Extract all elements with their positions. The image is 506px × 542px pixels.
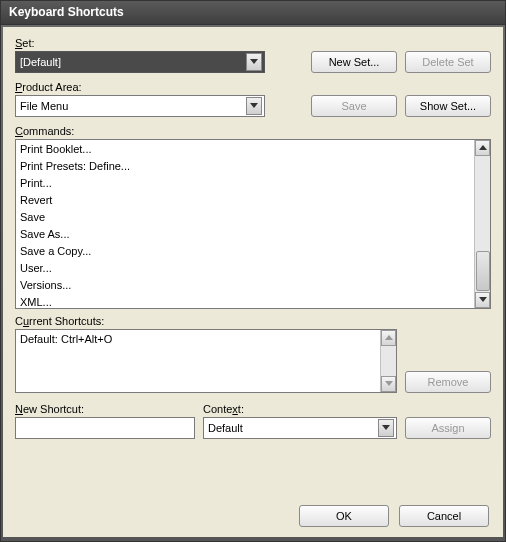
chevron-down-icon xyxy=(246,97,262,115)
commands-listbox[interactable]: Print Booklet...Print Presets: Define...… xyxy=(15,139,491,309)
new-set-button[interactable]: New Set... xyxy=(311,51,397,73)
scroll-down-icon[interactable] xyxy=(475,292,490,308)
commands-label: Commands: xyxy=(15,125,491,137)
list-item[interactable]: Default: Ctrl+Alt+O xyxy=(16,330,396,347)
list-item[interactable]: Save xyxy=(16,208,490,225)
list-item[interactable]: User... xyxy=(16,259,490,276)
list-item[interactable]: Revert xyxy=(16,191,490,208)
current-shortcuts-label: Current Shortcuts: xyxy=(15,315,491,327)
set-dropdown[interactable]: [Default] xyxy=(15,51,265,73)
scroll-thumb[interactable] xyxy=(476,251,490,291)
scroll-up-icon[interactable] xyxy=(381,330,396,346)
set-label: Set: xyxy=(15,37,303,49)
scrollbar[interactable] xyxy=(380,330,396,392)
chevron-down-icon xyxy=(246,53,262,71)
list-item[interactable]: Save As... xyxy=(16,225,490,242)
titlebar: Keyboard Shortcuts xyxy=(1,1,505,25)
current-shortcuts-listbox[interactable]: Default: Ctrl+Alt+O xyxy=(15,329,397,393)
client-area: Set: [Default] New Set... Delete Set Pro… xyxy=(3,27,503,537)
set-selected: [Default] xyxy=(20,56,61,68)
product-area-dropdown[interactable]: File Menu xyxy=(15,95,265,117)
context-dropdown[interactable]: Default xyxy=(203,417,397,439)
scroll-up-icon[interactable] xyxy=(475,140,490,156)
assign-button[interactable]: Assign xyxy=(405,417,491,439)
ok-button[interactable]: OK xyxy=(299,505,389,527)
scroll-down-icon[interactable] xyxy=(381,376,396,392)
scrollbar[interactable] xyxy=(474,140,490,308)
list-item[interactable]: Print Presets: Define... xyxy=(16,157,490,174)
cancel-button[interactable]: Cancel xyxy=(399,505,489,527)
list-item[interactable]: Versions... xyxy=(16,276,490,293)
dialog-window: Keyboard Shortcuts Set: [Default] New Se… xyxy=(0,0,506,542)
list-item[interactable]: Print Booklet... xyxy=(16,140,490,157)
delete-set-button[interactable]: Delete Set xyxy=(405,51,491,73)
window-title: Keyboard Shortcuts xyxy=(9,5,124,19)
product-area-label: Product Area: xyxy=(15,81,303,93)
context-label: Context: xyxy=(203,403,397,415)
list-item[interactable]: XML... xyxy=(16,293,490,309)
chevron-down-icon xyxy=(378,419,394,437)
save-button[interactable]: Save xyxy=(311,95,397,117)
list-item[interactable]: Print... xyxy=(16,174,490,191)
show-set-button[interactable]: Show Set... xyxy=(405,95,491,117)
context-selected: Default xyxy=(208,422,243,434)
new-shortcut-label: New Shortcut: xyxy=(15,403,195,415)
product-area-selected: File Menu xyxy=(20,100,68,112)
list-item[interactable]: Save a Copy... xyxy=(16,242,490,259)
new-shortcut-input[interactable] xyxy=(15,417,195,439)
remove-button[interactable]: Remove xyxy=(405,371,491,393)
